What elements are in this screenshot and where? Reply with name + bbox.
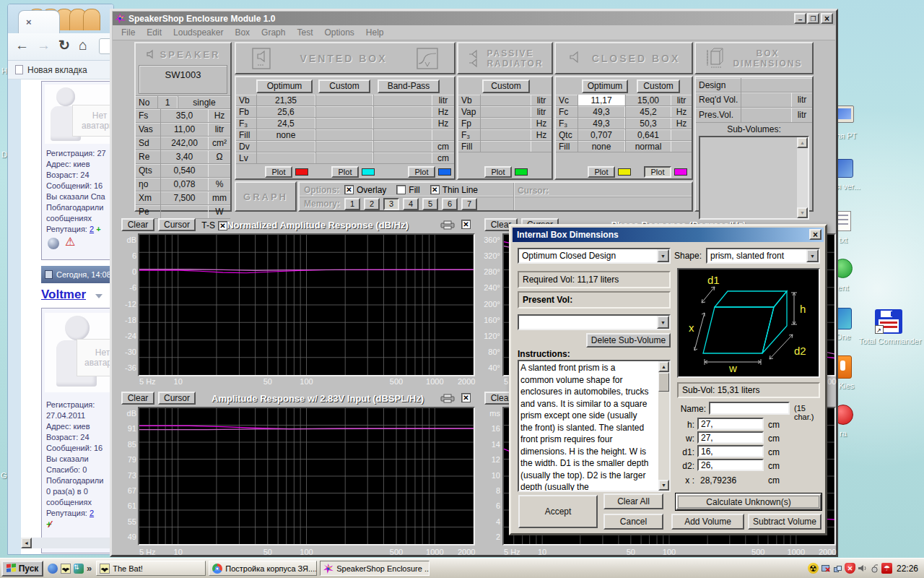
add-volume-button[interactable]: Add Volume xyxy=(671,514,744,530)
param-value[interactable]: 49,3 xyxy=(578,118,625,129)
dropdown-icon[interactable]: ▼ xyxy=(806,249,819,262)
param-value[interactable] xyxy=(256,152,315,163)
param-value[interactable] xyxy=(315,129,373,140)
menu-options[interactable]: Options xyxy=(324,27,354,38)
avatar[interactable]: Нетаватарки xyxy=(45,313,114,392)
graph2-clear-button[interactable]: Clear xyxy=(121,392,154,405)
param-value[interactable] xyxy=(373,106,432,117)
menu-help[interactable]: Help xyxy=(366,27,384,38)
tray-avira-icon[interactable]: ☂ xyxy=(881,563,892,574)
menu-edit[interactable]: Edit xyxy=(147,27,162,38)
overlay-checkbox[interactable]: ✕ xyxy=(344,185,354,194)
home-icon[interactable]: ⌂ xyxy=(79,37,87,53)
h-scrollbar[interactable]: ◄ xyxy=(21,538,114,548)
scroll-up-icon[interactable]: ▲ xyxy=(797,137,808,148)
graph1-clear-button[interactable]: Clear xyxy=(121,218,154,231)
param-value[interactable] xyxy=(480,95,531,105)
param-value[interactable] xyxy=(256,141,315,152)
subvolume-combobox[interactable]: ▼ xyxy=(518,314,671,330)
dropdown-icon[interactable]: ▼ xyxy=(657,316,669,329)
closed-plot2-button[interactable]: Plot xyxy=(644,166,671,178)
tray-volume-icon[interactable] xyxy=(857,563,868,574)
dropdown-icon[interactable]: ▼ xyxy=(657,249,669,262)
dialog-close-icon[interactable]: × xyxy=(809,229,821,240)
param-value[interactable]: 0,641 xyxy=(625,129,671,140)
tray-network-icon[interactable] xyxy=(832,563,843,574)
vented-optimum-button[interactable]: Optimum xyxy=(256,79,313,93)
h-input[interactable] xyxy=(697,418,764,430)
forward-icon[interactable]: → xyxy=(37,38,51,53)
memory-button-4[interactable]: 4 xyxy=(403,198,419,210)
username-link[interactable]: Voltmer xyxy=(41,288,86,301)
param-value[interactable] xyxy=(480,141,531,152)
param-value[interactable]: 49,3 xyxy=(578,106,625,117)
param-value[interactable] xyxy=(315,118,373,129)
menu-file[interactable]: File xyxy=(121,27,135,38)
calculate-unknowns-button[interactable]: Calculate Unknown(s) xyxy=(676,493,821,510)
design-combobox[interactable]: Optimum Closed Design ▼ xyxy=(518,248,671,264)
param-value[interactable]: 15,00 xyxy=(625,95,671,105)
quicklaunch-arrows-icon[interactable]: ⇅ xyxy=(74,564,84,574)
memory-button-5[interactable]: 5 xyxy=(422,198,438,210)
param-value[interactable] xyxy=(480,118,531,129)
passive-custom-button[interactable]: Custom xyxy=(482,79,530,93)
start-button[interactable]: Пуск xyxy=(1,561,43,577)
quicklaunch-chevron-icon[interactable]: » xyxy=(87,563,92,574)
tab-close-icon[interactable]: × xyxy=(26,17,32,27)
param-value[interactable]: 35,0 xyxy=(160,109,209,122)
scroll-up-icon[interactable]: ▲ xyxy=(658,361,669,372)
param-value[interactable]: none xyxy=(256,129,315,140)
param-value[interactable] xyxy=(480,106,531,117)
speaker-mode[interactable]: single xyxy=(178,96,230,108)
subtract-volume-button[interactable]: Subtract Volume xyxy=(748,514,821,530)
cancel-button[interactable]: Cancel xyxy=(603,514,663,530)
tray-network-offline-icon[interactable]: ✕ xyxy=(820,563,831,574)
param-value[interactable]: 45,2 xyxy=(625,106,671,117)
warning-icon[interactable]: ⚠ xyxy=(65,235,75,249)
memory-button-6[interactable]: 6 xyxy=(442,198,458,210)
menu-test[interactable]: Test xyxy=(297,27,313,38)
vented-plot1-button[interactable]: Plot xyxy=(265,166,292,178)
param-value[interactable]: 7,500 xyxy=(160,191,209,204)
reload-icon[interactable]: ↻ xyxy=(58,37,70,53)
graph2-visible-checkbox[interactable]: ✕ xyxy=(461,393,471,402)
minimize-button[interactable]: – xyxy=(794,13,806,24)
thinline-label[interactable]: Thin Line xyxy=(443,185,478,195)
print-icon[interactable] xyxy=(440,220,455,230)
quicklaunch-ie-icon[interactable] xyxy=(48,564,58,574)
vented-bandpass-button[interactable]: Band-Pass xyxy=(378,79,440,93)
reputation-link[interactable]: 2 xyxy=(90,509,94,517)
param-value[interactable]: 24,5 xyxy=(256,118,315,129)
graph2-cursor-button[interactable]: Cursor xyxy=(158,392,196,405)
speaker-no-value[interactable]: 1 xyxy=(157,96,178,108)
param-value[interactable]: normal xyxy=(625,141,671,152)
param-value[interactable]: 11,00 xyxy=(160,123,209,136)
param-value[interactable] xyxy=(315,141,373,152)
param-value[interactable]: 0,707 xyxy=(578,129,625,140)
w-input[interactable] xyxy=(697,431,764,444)
param-value[interactable] xyxy=(373,118,432,129)
closed-plot1-button[interactable]: Plot xyxy=(588,166,615,178)
memory-button-7[interactable]: 7 xyxy=(461,198,477,210)
taskbar-task-chrome[interactable]: Постройка корпуса ЗЯ.... xyxy=(209,561,317,576)
avatar[interactable]: Нетаватарки xyxy=(45,85,114,144)
shape-combobox[interactable]: prism, slanted front ▼ xyxy=(706,248,820,264)
closed-custom-button[interactable]: Custom xyxy=(637,79,680,93)
scroll-down-icon[interactable]: ▼ xyxy=(797,207,808,218)
tray-mouse-icon[interactable] xyxy=(869,563,880,574)
accept-button[interactable]: Accept xyxy=(518,495,598,528)
scroll-left-icon[interactable]: ◄ xyxy=(21,538,32,548)
tray-radiation-icon[interactable]: ☢ xyxy=(808,563,819,574)
graph1-plot[interactable] xyxy=(138,233,475,376)
memory-button-1[interactable]: 1 xyxy=(344,198,360,210)
param-value[interactable]: 0,078 xyxy=(160,178,209,191)
param-value[interactable] xyxy=(373,141,432,152)
vented-custom-button[interactable]: Custom xyxy=(318,79,370,93)
delete-subvolume-button[interactable]: Delete Sub-Volume xyxy=(586,333,671,348)
param-value[interactable]: 242,00 xyxy=(160,137,209,150)
subvolumes-scrollbar[interactable]: ▲ ▼ xyxy=(797,137,808,218)
param-value[interactable]: 21,35 xyxy=(256,95,315,105)
bookmark-item[interactable]: Новая вкладка xyxy=(27,65,87,75)
desktop-icon-total-commander[interactable]: ↗ xyxy=(875,309,904,335)
menu-box[interactable]: Box xyxy=(235,27,250,38)
